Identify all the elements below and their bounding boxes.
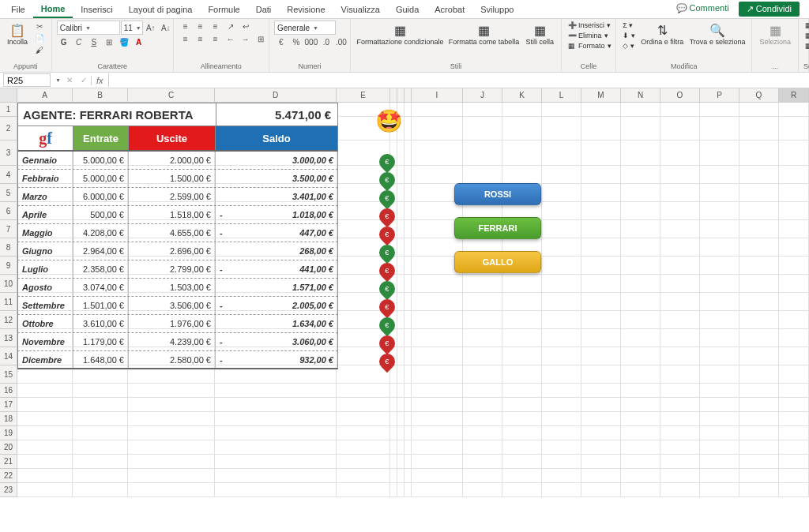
cell[interactable] — [397, 220, 404, 238]
saldo-cell[interactable]: 268,00 € — [216, 242, 337, 260]
row-header[interactable]: 5 — [0, 184, 17, 202]
copy-button[interactable]: 📄 — [32, 32, 47, 43]
cell[interactable] — [412, 311, 463, 329]
cell[interactable] — [542, 202, 581, 220]
cell[interactable] — [542, 426, 581, 440]
percent-button[interactable]: % — [289, 36, 303, 47]
cell[interactable] — [542, 275, 581, 293]
cell[interactable] — [542, 412, 581, 426]
cell[interactable] — [739, 412, 779, 426]
cell[interactable] — [660, 440, 700, 455]
cell[interactable] — [404, 166, 412, 184]
cell[interactable] — [739, 347, 779, 365]
cell[interactable] — [621, 440, 660, 455]
fill-button[interactable]: ⬇ ▾ — [621, 31, 637, 40]
cell[interactable] — [700, 426, 739, 440]
cell[interactable] — [502, 329, 542, 347]
cell[interactable] — [502, 347, 542, 365]
cell[interactable] — [660, 455, 700, 469]
cell[interactable] — [779, 365, 809, 384]
cell[interactable] — [404, 184, 412, 202]
cell[interactable] — [621, 426, 660, 440]
tab-file[interactable]: File — [3, 2, 33, 17]
sensitivity-button[interactable]: ▦Seleziona — [757, 21, 793, 48]
cell[interactable] — [215, 426, 337, 440]
entrate-cell[interactable]: 500,00 € — [73, 206, 129, 223]
align-right-button[interactable]: ≡ — [209, 33, 223, 44]
col-header-k[interactable]: K — [502, 88, 542, 102]
cell[interactable] — [621, 384, 660, 398]
cell[interactable] — [404, 329, 412, 347]
month-cell[interactable]: Novembre — [18, 333, 73, 350]
month-cell[interactable]: Settembre — [18, 297, 73, 314]
cell[interactable] — [542, 398, 581, 412]
uscite-cell[interactable]: 3.506,00 € — [129, 297, 216, 314]
cell[interactable] — [397, 293, 404, 311]
cell[interactable] — [581, 469, 621, 483]
col-header-p[interactable]: P — [700, 88, 739, 102]
cell[interactable] — [581, 117, 621, 140]
cell[interactable] — [404, 483, 412, 497]
cell[interactable] — [581, 384, 621, 398]
entrate-cell[interactable]: 2.964,00 € — [73, 242, 129, 260]
font-name-select[interactable]: Calibri▼ — [57, 21, 120, 35]
cell[interactable] — [739, 455, 779, 469]
month-cell[interactable]: Luglio — [18, 260, 73, 278]
row-header[interactable]: 17 — [0, 398, 17, 412]
saldo-cell[interactable]: -441,00 € — [216, 260, 337, 278]
cell[interactable] — [73, 483, 128, 497]
cell[interactable] — [700, 440, 739, 455]
cell[interactable] — [463, 347, 502, 365]
cell[interactable] — [621, 166, 660, 184]
col-header-f[interactable] — [390, 88, 397, 102]
row-header[interactable]: 6 — [0, 202, 17, 220]
cell[interactable] — [463, 329, 502, 347]
cell[interactable] — [463, 483, 502, 497]
cell[interactable] — [739, 483, 779, 497]
cell[interactable] — [397, 257, 404, 275]
cell[interactable] — [621, 293, 660, 311]
col-header-e[interactable]: E — [337, 88, 390, 102]
cell[interactable] — [397, 238, 404, 257]
month-cell[interactable]: Giugno — [18, 242, 73, 260]
cell[interactable] — [700, 483, 739, 497]
cell[interactable] — [463, 412, 502, 426]
align-center-button[interactable]: ≡ — [194, 33, 208, 44]
cell[interactable] — [660, 365, 700, 384]
delete-cells-button[interactable]: ➖Elimina ▾ — [566, 31, 613, 40]
cell[interactable] — [700, 220, 739, 238]
orientation-button[interactable]: ↗ — [224, 21, 238, 32]
cell[interactable] — [700, 398, 739, 412]
cell[interactable] — [660, 426, 700, 440]
cell[interactable] — [412, 398, 463, 412]
autosum-button[interactable]: Σ ▾ — [621, 21, 637, 30]
cell[interactable] — [397, 440, 404, 455]
select-visible-cells[interactable]: ▦Seleziona celle visibili — [803, 31, 809, 40]
cell[interactable] — [463, 398, 502, 412]
cell[interactable] — [779, 238, 809, 257]
cell[interactable] — [542, 440, 581, 455]
cell[interactable] — [404, 426, 412, 440]
cell[interactable] — [463, 293, 502, 311]
cell[interactable] — [463, 469, 502, 483]
row-header[interactable]: 15 — [0, 365, 17, 384]
row-header[interactable]: 16 — [0, 384, 17, 398]
cell[interactable] — [542, 329, 581, 347]
cell[interactable] — [739, 311, 779, 329]
format-cells-button[interactable]: ▦Formato ▾ — [566, 41, 613, 51]
row-header[interactable]: 10 — [0, 275, 17, 293]
cell[interactable] — [502, 440, 542, 455]
month-cell[interactable]: Aprile — [18, 206, 73, 223]
cell[interactable] — [700, 384, 739, 398]
cell[interactable] — [463, 166, 502, 184]
tab-visualizza[interactable]: Visualizza — [333, 2, 388, 17]
cell[interactable] — [739, 440, 779, 455]
cell[interactable] — [660, 311, 700, 329]
cell[interactable] — [502, 103, 542, 117]
cell[interactable] — [739, 184, 779, 202]
conditional-format-button[interactable]: ▦Formattazione condizionale — [356, 21, 445, 48]
cell[interactable] — [779, 257, 809, 275]
cell[interactable] — [779, 166, 809, 184]
cell[interactable] — [581, 365, 621, 384]
cell[interactable] — [621, 184, 660, 202]
